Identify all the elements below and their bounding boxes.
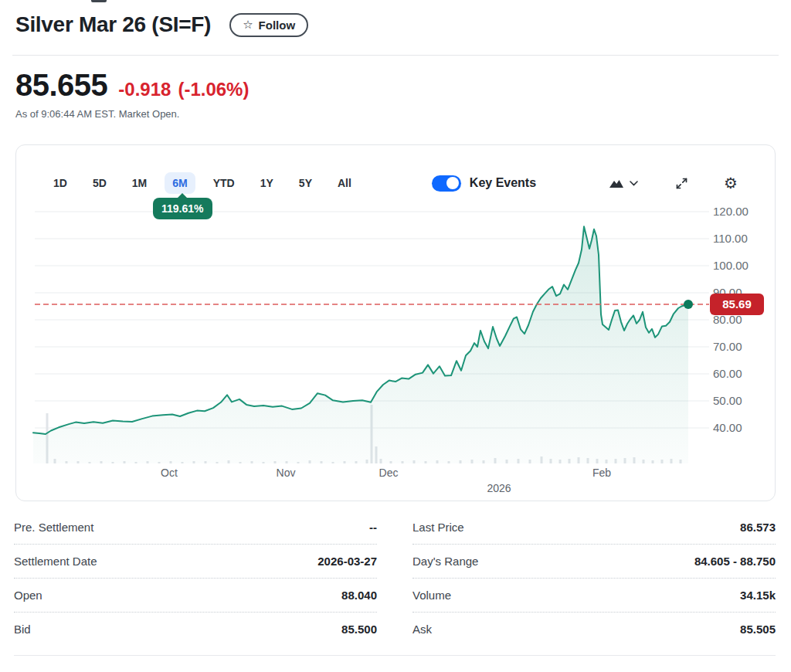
nav-tab-indicator-fragment <box>91 0 107 2</box>
svg-text:60.00: 60.00 <box>713 367 742 380</box>
star-icon: ☆ <box>243 19 253 31</box>
title-row: Silver Mar 26 (SI=F) ☆ Follow <box>0 0 791 37</box>
stat-row-bid: Bid85.500 <box>14 613 377 646</box>
svg-text:110.00: 110.00 <box>713 232 748 245</box>
stat-value: 84.605 - 88.750 <box>694 555 776 568</box>
follow-button[interactable]: ☆ Follow <box>229 13 308 37</box>
range-button-6m[interactable]: 6M <box>165 172 195 194</box>
range-button-ytd[interactable]: YTD <box>205 172 243 194</box>
chart-card: 120.00110.00100.0090.0080.0070.0060.0050… <box>15 144 776 501</box>
price-row: 85.655 -0.918 (-1.06%) <box>0 56 791 103</box>
svg-text:Feb: Feb <box>592 467 611 479</box>
chart-toolbar: 1D5D1M6MYTD1Y5YAll Key Events ⚙ <box>46 168 738 198</box>
follow-label: Follow <box>259 19 296 32</box>
stat-label: Open <box>14 589 42 602</box>
page-title: Silver Mar 26 (SI=F) <box>15 12 211 37</box>
x-axis-labels: OctNovDecFeb2026 <box>161 467 611 494</box>
stat-label: Volume <box>412 589 451 602</box>
stat-value: 85.505 <box>740 623 776 636</box>
stat-value: 85.500 <box>341 623 377 636</box>
svg-text:2026: 2026 <box>487 482 511 494</box>
svg-text:Oct: Oct <box>161 467 178 479</box>
stats-column-left: Pre. Settlement--Settlement Date2026-03-… <box>14 511 377 646</box>
as-of-text: As of 9:06:44 AM EST. Market Open. <box>0 103 791 120</box>
y-axis-labels: 120.00110.00100.0090.0080.0070.0060.0050… <box>713 205 749 434</box>
range-change-badge: 119.61% <box>153 198 212 219</box>
chart-type-button[interactable] <box>609 177 638 189</box>
current-price: 85.655 <box>15 68 107 103</box>
range-button-5d[interactable]: 5D <box>85 172 114 194</box>
range-button-1y[interactable]: 1Y <box>253 172 281 194</box>
expand-chart-button[interactable] <box>675 177 688 190</box>
stat-row-open: Open88.040 <box>14 579 377 613</box>
stat-row-settlement-date: Settlement Date2026-03-27 <box>14 545 377 579</box>
quote-header: Silver Mar 26 (SI=F) ☆ Follow 85.655 -0.… <box>0 0 791 120</box>
key-events-control: Key Events <box>432 175 536 192</box>
stat-value: 34.15k <box>740 589 776 602</box>
range-selector: 1D5D1M6MYTD1Y5YAll <box>46 172 359 194</box>
range-button-all[interactable]: All <box>330 172 359 194</box>
svg-text:40.00: 40.00 <box>713 421 742 434</box>
svg-text:70.00: 70.00 <box>713 340 742 353</box>
stat-value: 86.573 <box>740 521 776 534</box>
stat-label: Bid <box>14 623 31 636</box>
current-price-tag: 85.69 <box>710 294 764 315</box>
stat-label: Day's Range <box>412 555 478 568</box>
key-events-toggle[interactable] <box>432 175 461 192</box>
stat-row-pre-settlement: Pre. Settlement-- <box>14 511 377 545</box>
stats-column-right: Last Price86.573Day's Range84.605 - 88.7… <box>412 511 776 646</box>
toggle-knob <box>446 177 459 189</box>
change-percent: (-1.06%) <box>178 79 249 100</box>
settings-gear-icon[interactable]: ⚙ <box>724 175 738 191</box>
svg-text:Dec: Dec <box>379 467 399 479</box>
chart-tool-icons: ⚙ <box>609 175 738 191</box>
stat-row-volume: Volume34.15k <box>412 579 776 613</box>
stat-label: Ask <box>412 623 432 636</box>
range-button-1d[interactable]: 1D <box>46 172 75 194</box>
range-button-5y[interactable]: 5Y <box>291 172 320 194</box>
svg-text:Nov: Nov <box>277 467 296 479</box>
stat-label: Pre. Settlement <box>14 521 93 534</box>
expand-icon <box>675 177 688 190</box>
price-area <box>33 226 688 463</box>
stat-row-ask: Ask85.505 <box>412 613 776 646</box>
price-chart[interactable]: 120.00110.00100.0090.0080.0070.0060.0050… <box>16 145 775 499</box>
svg-text:120.00: 120.00 <box>713 205 749 218</box>
last-price-dot <box>684 300 693 309</box>
stat-label: Settlement Date <box>14 555 97 568</box>
stat-row-day-s-range: Day's Range84.605 - 88.750 <box>412 545 776 579</box>
stats-table: Pre. Settlement--Settlement Date2026-03-… <box>14 511 776 656</box>
range-change-value: 119.61% <box>161 202 204 215</box>
change-amount: -0.918 <box>118 79 171 100</box>
svg-text:50.00: 50.00 <box>713 394 742 407</box>
stat-label: Last Price <box>412 521 464 534</box>
key-events-label: Key Events <box>470 176 536 190</box>
chevron-down-icon <box>630 181 638 186</box>
stat-value: -- <box>369 521 377 534</box>
stat-row-last-price: Last Price86.573 <box>412 511 776 545</box>
stat-value: 88.040 <box>341 589 377 602</box>
price-change: -0.918 (-1.06%) <box>118 79 249 100</box>
area-chart-icon <box>609 177 624 189</box>
range-button-1m[interactable]: 1M <box>124 172 154 194</box>
svg-text:100.00: 100.00 <box>713 259 749 272</box>
stat-value: 2026-03-27 <box>317 555 377 568</box>
